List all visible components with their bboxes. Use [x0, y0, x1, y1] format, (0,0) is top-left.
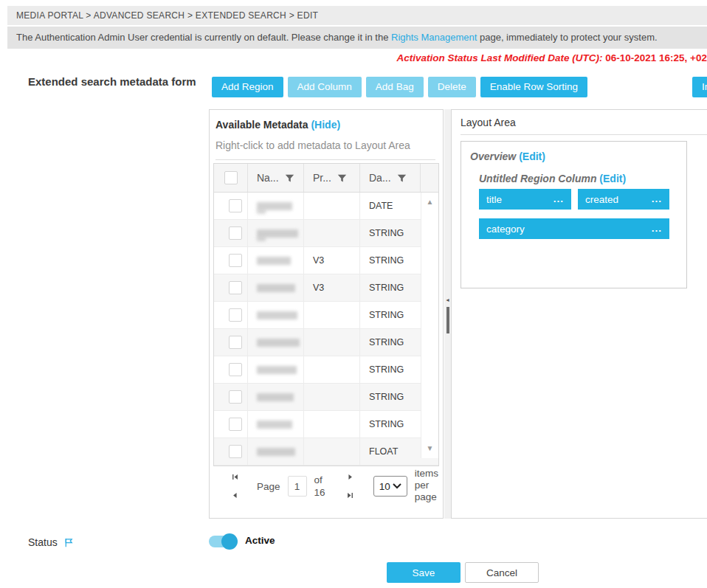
- region-edit-link[interactable]: (Edit): [599, 173, 626, 184]
- datatype-cell: FLOAT: [360, 438, 421, 465]
- toolbar: Add Region Add Column Add Bag Delete Ena…: [212, 77, 587, 97]
- filter-icon[interactable]: [337, 173, 347, 183]
- rights-management-link[interactable]: Rights Management: [391, 32, 477, 43]
- last-page-icon[interactable]: [346, 491, 354, 499]
- layout-box: Overview (Edit) Untitled Region Column (…: [461, 141, 687, 288]
- overview-edit-link[interactable]: (Edit): [519, 151, 545, 162]
- scroll-down-icon[interactable]: ▼: [427, 445, 434, 452]
- metadata-table: Na... Pr... Da... DATE: [213, 163, 439, 466]
- table-scrollbar[interactable]: ▲ ▼: [421, 193, 438, 458]
- datatype-cell: STRING: [360, 356, 421, 383]
- row-checkbox[interactable]: [229, 390, 242, 404]
- region-label: Untitled Region Column: [479, 173, 596, 184]
- row-checkbox[interactable]: [229, 281, 242, 294]
- redacted-name: [257, 339, 300, 347]
- page-of-total: of 16: [314, 474, 328, 499]
- warning-banner: The Authentication Admin User credential…: [7, 27, 707, 49]
- splitter-handle[interactable]: [446, 307, 449, 333]
- activation-status-note: Activation Status Last Modified Date (UT…: [396, 52, 707, 63]
- datatype-cell: STRING: [360, 411, 421, 437]
- overview-label: Overview: [470, 151, 516, 162]
- prev-page-icon[interactable]: [231, 491, 239, 499]
- row-checkbox[interactable]: [229, 308, 242, 322]
- delete-button[interactable]: Delete: [428, 77, 476, 97]
- column-header-name[interactable]: Na...: [257, 172, 279, 184]
- layout-area-title: Layout Area: [461, 117, 516, 128]
- chip-menu-icon[interactable]: ...: [652, 226, 662, 231]
- table-row[interactable]: STRING: [214, 302, 438, 329]
- property-cell: [304, 356, 360, 383]
- column-header-datatype[interactable]: Da...: [369, 172, 391, 184]
- table-row[interactable]: V3 STRING: [214, 247, 438, 274]
- layout-area-divider: [461, 134, 707, 135]
- layout-area-panel: Layout Area Overview (Edit) Untitled Reg…: [451, 109, 707, 519]
- redacted-name: [257, 366, 297, 374]
- property-cell: V3: [304, 274, 360, 301]
- datatype-cell: STRING: [360, 220, 421, 246]
- add-bag-button[interactable]: Add Bag: [366, 77, 424, 97]
- page-size-select[interactable]: 10: [373, 476, 407, 497]
- status-toggle[interactable]: [209, 536, 235, 547]
- page-number-input[interactable]: [288, 476, 307, 497]
- redacted-name: [257, 393, 294, 401]
- row-checkbox[interactable]: [229, 418, 242, 431]
- chip-menu-icon[interactable]: ...: [553, 197, 564, 201]
- add-region-button[interactable]: Add Region: [212, 77, 283, 97]
- hide-link[interactable]: (Hide): [311, 119, 340, 131]
- save-button[interactable]: Save: [387, 562, 461, 583]
- chip-label: title: [486, 194, 502, 205]
- splitter-collapse-icon[interactable]: ◄: [445, 297, 450, 302]
- warning-text-post: page, immediately to protect your system…: [477, 32, 657, 43]
- row-checkbox[interactable]: [229, 199, 242, 212]
- redacted-name: [257, 311, 297, 319]
- layout-chip-title[interactable]: title ...: [479, 189, 571, 210]
- chip-label: category: [486, 224, 525, 235]
- table-row[interactable]: STRING: [214, 384, 438, 411]
- warning-text-pre: The Authentication Admin User credential…: [16, 32, 391, 43]
- table-row[interactable]: V3 STRING: [214, 274, 438, 302]
- layout-chip-created[interactable]: created ...: [578, 189, 669, 210]
- layout-chip-category[interactable]: category ...: [479, 218, 669, 239]
- redacted-name: [257, 202, 292, 210]
- cancel-button[interactable]: Cancel: [465, 562, 539, 583]
- total-pages: 16: [314, 487, 325, 498]
- row-checkbox[interactable]: [229, 336, 242, 349]
- column-header-property[interactable]: Pr...: [313, 172, 331, 184]
- redacted-name: [257, 421, 292, 429]
- table-row[interactable]: STRING: [214, 329, 438, 356]
- activation-label: Activation Status Last Modified Date (UT…: [396, 52, 602, 63]
- select-all-checkbox[interactable]: [224, 171, 238, 184]
- metadata-table-body: DATE STRING V3 STRING V3: [214, 193, 438, 466]
- enable-row-sorting-button[interactable]: Enable Row Sorting: [480, 77, 587, 97]
- datatype-cell: DATE: [360, 193, 421, 219]
- region-line: Untitled Region Column (Edit): [479, 173, 626, 184]
- table-row[interactable]: STRING: [214, 356, 438, 384]
- next-page-icon[interactable]: [346, 473, 354, 481]
- panel-splitter[interactable]: ◄: [444, 109, 451, 519]
- row-checkbox[interactable]: [229, 445, 242, 458]
- scroll-up-icon[interactable]: ▲: [427, 198, 434, 206]
- first-page-icon[interactable]: [231, 473, 239, 481]
- toolbar-right-cut-button[interactable]: In: [692, 77, 707, 97]
- table-row[interactable]: STRING: [214, 220, 438, 247]
- add-column-button[interactable]: Add Column: [288, 77, 362, 97]
- overview-line: Overview (Edit): [470, 151, 545, 162]
- page-size-value: 10: [379, 481, 390, 492]
- chip-menu-icon[interactable]: ...: [652, 197, 662, 201]
- breadcrumb: MEDIA PORTAL > ADVANCED SEARCH > EXTENDE…: [7, 6, 707, 25]
- datatype-cell: STRING: [360, 329, 421, 356]
- breadcrumb-text: MEDIA PORTAL > ADVANCED SEARCH > EXTENDE…: [16, 10, 318, 21]
- toggle-knob[interactable]: [221, 533, 238, 550]
- table-row[interactable]: STRING: [214, 411, 438, 438]
- row-checkbox[interactable]: [229, 363, 242, 376]
- filter-icon[interactable]: [285, 173, 294, 183]
- filter-icon[interactable]: [397, 173, 407, 183]
- status-value: Active: [245, 535, 275, 546]
- table-row[interactable]: DATE: [214, 193, 438, 220]
- metadata-table-header: Na... Pr... Da...: [214, 164, 438, 193]
- row-checkbox[interactable]: [229, 226, 242, 240]
- row-checkbox[interactable]: [229, 254, 242, 267]
- property-cell: [304, 384, 360, 410]
- available-metadata-panel: Available Metadata (Hide) Right-click to…: [209, 109, 444, 519]
- items-per-page-label: items per page: [415, 468, 439, 505]
